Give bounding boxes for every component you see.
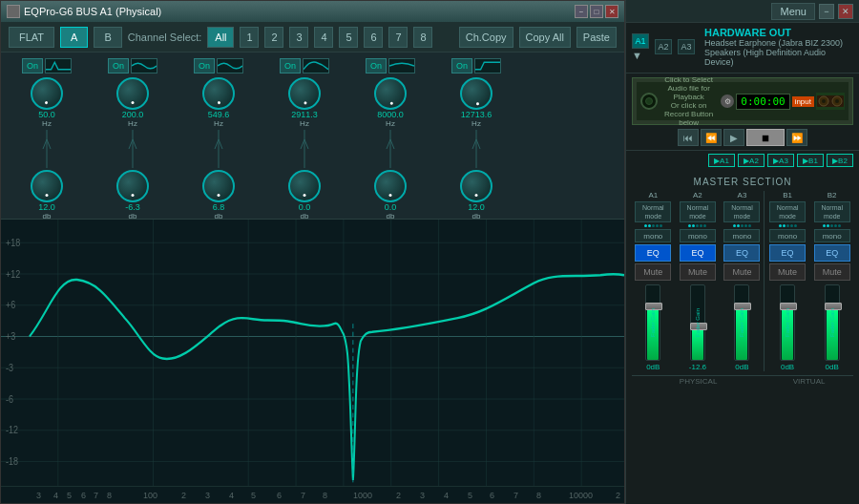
dot3-A2: [696, 224, 699, 227]
ab-b2-button[interactable]: ▶B2: [827, 154, 853, 167]
eq-on-button-3[interactable]: On: [194, 58, 215, 74]
ch3-button[interactable]: 3: [289, 27, 308, 48]
eq-on-button-1[interactable]: On: [22, 58, 43, 74]
menu-button[interactable]: Menu: [771, 3, 815, 20]
minimize-button[interactable]: −: [575, 5, 588, 18]
eq-strip-button-A1[interactable]: EQ: [635, 244, 671, 262]
ch5-button[interactable]: 5: [339, 27, 358, 48]
ch6-button[interactable]: 6: [364, 27, 383, 48]
hw-down-arrow[interactable]: ▼: [632, 50, 649, 61]
svg-point-32: [835, 99, 839, 103]
fader-track-B2[interactable]: Fader Gain: [825, 284, 840, 361]
fader-handle-B1[interactable]: [780, 303, 797, 310]
eq-band-4: On 2911.3 Hz 0.0 db: [262, 56, 346, 220]
eq-strip-button-B2[interactable]: EQ: [814, 244, 850, 262]
mono-button-A3[interactable]: mono: [723, 229, 760, 242]
ch1-button[interactable]: 1: [240, 27, 259, 48]
ch-copy-button[interactable]: Ch.Copy: [459, 27, 513, 48]
normal-mode-button-A2[interactable]: Normalmode: [680, 201, 716, 222]
freq-unit-5: Hz: [386, 119, 395, 128]
normal-mode-button-A1[interactable]: Normalmode: [635, 201, 671, 222]
gain-knob-5[interactable]: [374, 170, 407, 202]
freq-val-1: 50.0: [38, 110, 55, 119]
gain-val-1: 12.0: [38, 202, 55, 212]
maximize-button[interactable]: □: [590, 5, 603, 18]
eq-band-1: On 50.0 Hz 12.0 db: [5, 56, 89, 220]
ch7-button[interactable]: 7: [388, 27, 408, 48]
right-minimize-button[interactable]: −: [819, 4, 834, 19]
dot1-A3: [733, 224, 736, 227]
gain-knob-container-1: 12.0 db: [31, 170, 63, 220]
preset-b-button[interactable]: B: [94, 27, 121, 48]
rew-button[interactable]: ⏮: [678, 129, 699, 146]
close-button[interactable]: ✕: [605, 5, 618, 18]
prev-button[interactable]: ⏪: [701, 129, 722, 146]
freq-knob-6[interactable]: [460, 77, 492, 110]
mute-button-A3[interactable]: Mute: [723, 263, 760, 281]
mono-button-A1[interactable]: mono: [635, 229, 671, 242]
copy-all-button[interactable]: Copy All: [519, 27, 571, 48]
ab-b1-button[interactable]: ▶B1: [797, 154, 824, 167]
gain-knob-3[interactable]: [202, 170, 235, 202]
flat-button[interactable]: FLAT: [9, 27, 54, 48]
freq-knob-2[interactable]: [116, 77, 149, 110]
eq-strip-button-A3[interactable]: EQ: [723, 244, 760, 262]
fwd-button[interactable]: ⏩: [786, 129, 807, 146]
freq-knob-1[interactable]: [31, 77, 63, 110]
tape-section: Click to Select Audio file for Playback …: [626, 74, 859, 151]
right-close-button[interactable]: ✕: [838, 4, 853, 19]
gain-knob-1[interactable]: [31, 170, 63, 202]
ab-a3-button[interactable]: ▶A3: [767, 154, 794, 167]
fader-handle-A1[interactable]: [645, 303, 662, 310]
fader-track-A3[interactable]: Fader Gain: [734, 284, 749, 361]
ch-all-button[interactable]: All: [207, 27, 234, 48]
freq-knob-5[interactable]: [374, 77, 407, 110]
eq-strip-button-B1[interactable]: EQ: [769, 244, 806, 262]
mono-button-A2[interactable]: mono: [680, 229, 716, 242]
gain-unit-6: db: [472, 212, 481, 220]
mono-button-B1[interactable]: mono: [769, 229, 806, 242]
ch2-button[interactable]: 2: [264, 27, 283, 48]
mute-button-B2[interactable]: Mute: [814, 263, 850, 281]
normal-mode-button-B2[interactable]: Normalmode: [814, 201, 850, 222]
normal-mode-button-B1[interactable]: Normalmode: [769, 201, 806, 222]
fader-track-A2[interactable]: Fader Gain: [690, 284, 705, 361]
gain-knob-container-3: 6.8 db: [202, 170, 235, 220]
a2-ab-button[interactable]: A2: [655, 39, 672, 54]
right-header: Menu − ✕: [626, 0, 859, 23]
freq-knob-4[interactable]: [288, 77, 321, 110]
dot5-A2: [703, 224, 706, 227]
ab-a2-button[interactable]: ▶A2: [738, 154, 765, 167]
gain-knob-4[interactable]: [288, 170, 321, 202]
fader-handle-A2[interactable]: [690, 323, 707, 330]
eq-strip-button-A2[interactable]: EQ: [680, 244, 716, 262]
ch4-button[interactable]: 4: [314, 27, 333, 48]
a1-ab-button[interactable]: A1: [632, 33, 649, 49]
stop-button[interactable]: ■: [746, 129, 785, 146]
play-button[interactable]: ▶: [723, 129, 744, 146]
eq-on-button-4[interactable]: On: [280, 58, 301, 74]
master-title: MASTER SECTION: [632, 177, 853, 187]
ab-a1-button[interactable]: ▶A1: [708, 154, 735, 167]
eq-band-top-1: On: [22, 58, 72, 74]
mute-button-A1[interactable]: Mute: [635, 263, 671, 281]
fader-handle-A3[interactable]: [734, 303, 751, 310]
gain-knob-6[interactable]: [460, 170, 492, 202]
paste-button[interactable]: Paste: [576, 27, 617, 48]
fader-track-A1[interactable]: Fader Gain: [645, 284, 660, 361]
freq-knob-3[interactable]: [202, 77, 235, 110]
mono-button-B2[interactable]: mono: [814, 229, 850, 242]
eq-on-button-5[interactable]: On: [366, 58, 387, 74]
mute-button-A2[interactable]: Mute: [680, 263, 716, 281]
a3-ab-button[interactable]: A3: [678, 39, 695, 54]
dot2-A1: [648, 224, 651, 227]
fader-track-B1[interactable]: Fader Gain: [780, 284, 795, 361]
fader-handle-B2[interactable]: [825, 303, 842, 310]
eq-on-button-6[interactable]: On: [451, 58, 472, 74]
gain-knob-2[interactable]: [116, 170, 149, 202]
mute-button-B1[interactable]: Mute: [769, 263, 806, 281]
normal-mode-button-A3[interactable]: Normalmode: [723, 201, 760, 222]
ch8-button[interactable]: 8: [413, 27, 432, 48]
eq-on-button-2[interactable]: On: [108, 58, 129, 74]
preset-a-button[interactable]: A: [60, 27, 88, 48]
